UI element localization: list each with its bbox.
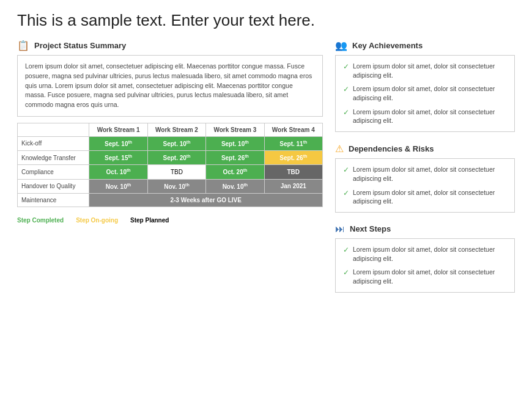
kt-ws3: Sept. 26th <box>206 151 264 165</box>
legend-ongoing: Step On-going <box>76 217 118 224</box>
table-row: Maintenance 2-3 Weeks after GO LIVE <box>18 194 323 207</box>
handover-ws3: Nov. 10th <box>206 179 264 193</box>
row-label-compliance: Compliance <box>18 165 89 179</box>
achievements-header: 👥 Key Achievements <box>335 40 515 51</box>
right-column: 👥 Key Achievements ✓ Lorem ipsum dolor s… <box>335 40 515 390</box>
kickoff-ws4: Sept. 11th <box>264 136 322 150</box>
page: This is a sample text. Enter your text h… <box>0 0 532 399</box>
legend-completed-label: Step Completed <box>17 217 64 224</box>
compliance-ws2: TBD <box>147 165 205 179</box>
status-heading: Project Status Summary <box>34 41 126 50</box>
checkmark-icon: ✓ <box>343 108 349 118</box>
compliance-ws4: TBD <box>264 165 322 179</box>
col-ws3: Work Stream 3 <box>206 123 264 136</box>
dependencies-panel: ✓ Lorem ipsum dolor sit amet, dolor sit … <box>335 158 515 213</box>
maintenance-merged: 2-3 Weeks after GO LIVE <box>89 194 323 207</box>
row-label-handover: Handover to Quality <box>18 179 89 193</box>
col-ws4: Work Stream 4 <box>264 123 322 136</box>
achievements-panel: ✓ Lorem ipsum dolor sit amet, dolor sit … <box>335 55 515 132</box>
nextsteps-section: ⏭ Next Steps ✓ Lorem ipsum dolor sit ame… <box>335 224 515 293</box>
checkmark-icon: ✓ <box>343 165 349 175</box>
col-ws1: Work Stream 1 <box>89 123 147 136</box>
handover-ws4: Jan 2021 <box>264 179 322 193</box>
legend-completed: Step Completed <box>17 217 64 224</box>
status-header: 📋 Project Status Summary <box>17 40 323 51</box>
col-label <box>18 123 89 136</box>
achievements-section: 👥 Key Achievements ✓ Lorem ipsum dolor s… <box>335 40 515 132</box>
col-ws2: Work Stream 2 <box>147 123 205 136</box>
dependency-item-1: ✓ Lorem ipsum dolor sit amet, dolor sit … <box>343 165 507 183</box>
dependency-text-1: Lorem ipsum dolor sit amet, dolor sit co… <box>353 165 507 183</box>
nextstep-text-2: Lorem ipsum dolor sit amet, dolor sit co… <box>353 268 507 285</box>
table-row: Compliance Oct. 10th TBD Oct. 20th TBD <box>18 165 323 179</box>
row-label-maintenance: Maintenance <box>18 194 89 207</box>
warning-icon: ⚠ <box>335 143 344 155</box>
achievement-text-3: Lorem ipsum dolor sit amet, dolor sit co… <box>353 108 507 125</box>
kickoff-ws2: Sept. 10th <box>147 136 205 150</box>
checkmark-icon: ✓ <box>343 268 349 278</box>
nextstep-item-1: ✓ Lorem ipsum dolor sit amet, dolor sit … <box>343 245 507 263</box>
kt-ws2: Sept. 20th <box>147 151 205 165</box>
nextsteps-heading: Next Steps <box>350 224 391 233</box>
status-summary-section: 📋 Project Status Summary Lorem ipsum dol… <box>17 40 323 117</box>
legend-planned: Step Planned <box>130 217 169 224</box>
achievement-item-1: ✓ Lorem ipsum dolor sit amet, dolor sit … <box>343 62 507 79</box>
handover-ws1: Nov. 10th <box>89 179 147 193</box>
left-column: 📋 Project Status Summary Lorem ipsum dol… <box>17 40 323 390</box>
table-header-row: Work Stream 1 Work Stream 2 Work Stream … <box>18 123 323 136</box>
schedule-table-section: Work Stream 1 Work Stream 2 Work Stream … <box>17 123 323 207</box>
checkmark-icon: ✓ <box>343 188 349 199</box>
checkmark-icon: ✓ <box>343 84 349 95</box>
nextsteps-header: ⏭ Next Steps <box>335 224 515 235</box>
row-label-kt: Knowledge Transfer <box>18 151 89 165</box>
dependencies-header: ⚠ Dependencies & Risks <box>335 143 515 155</box>
achievement-item-3: ✓ Lorem ipsum dolor sit amet, dolor sit … <box>343 108 507 125</box>
nextsteps-panel: ✓ Lorem ipsum dolor sit amet, dolor sit … <box>335 238 515 293</box>
compliance-ws1: Oct. 10th <box>89 165 147 179</box>
achievement-text-2: Lorem ipsum dolor sit amet, dolor sit co… <box>353 84 507 102</box>
legend-ongoing-label: Step On-going <box>76 217 118 224</box>
achievement-item-2: ✓ Lorem ipsum dolor sit amet, dolor sit … <box>343 84 507 102</box>
kt-ws1: Sept. 15th <box>89 151 147 165</box>
dependencies-heading: Dependencies & Risks <box>349 144 434 153</box>
dependency-item-2: ✓ Lorem ipsum dolor sit amet, dolor sit … <box>343 188 507 206</box>
achievement-text-1: Lorem ipsum dolor sit amet, dolor sit co… <box>353 62 507 79</box>
legend-planned-label: Step Planned <box>130 217 169 224</box>
dependency-text-2: Lorem ipsum dolor sit amet, dolor sit co… <box>353 188 507 206</box>
nextstep-item-2: ✓ Lorem ipsum dolor sit amet, dolor sit … <box>343 268 507 285</box>
schedule-table: Work Stream 1 Work Stream 2 Work Stream … <box>17 123 323 207</box>
kickoff-ws3: Sept. 10th <box>206 136 264 150</box>
checkmark-icon: ✓ <box>343 62 349 72</box>
nextstep-text-1: Lorem ipsum dolor sit amet, dolor sit co… <box>353 245 507 263</box>
people-icon: 👥 <box>335 40 347 51</box>
content-area: 📋 Project Status Summary Lorem ipsum dol… <box>17 40 515 390</box>
row-label-kickoff: Kick-off <box>18 136 89 150</box>
forward-icon: ⏭ <box>335 224 345 235</box>
compliance-ws3: Oct. 20th <box>206 165 264 179</box>
kt-ws4: Sept. 26th <box>264 151 322 165</box>
dependencies-section: ⚠ Dependencies & Risks ✓ Lorem ipsum dol… <box>335 143 515 213</box>
kickoff-ws1: Sept. 10th <box>89 136 147 150</box>
main-title: This is a sample text. Enter your text h… <box>17 11 515 30</box>
table-row: Handover to Quality Nov. 10th Nov. 10th … <box>18 179 323 193</box>
handover-ws2: Nov. 10th <box>147 179 205 193</box>
table-row: Kick-off Sept. 10th Sept. 10th Sept. 10t… <box>18 136 323 150</box>
status-text: Lorem ipsum dolor sit amet, consectetuer… <box>17 55 323 117</box>
achievements-heading: Key Achievements <box>352 41 423 50</box>
clipboard-icon: 📋 <box>17 40 29 51</box>
legend: Step Completed Step On-going Step Planne… <box>17 217 323 224</box>
table-row: Knowledge Transfer Sept. 15th Sept. 20th… <box>18 151 323 165</box>
checkmark-icon: ✓ <box>343 245 349 255</box>
